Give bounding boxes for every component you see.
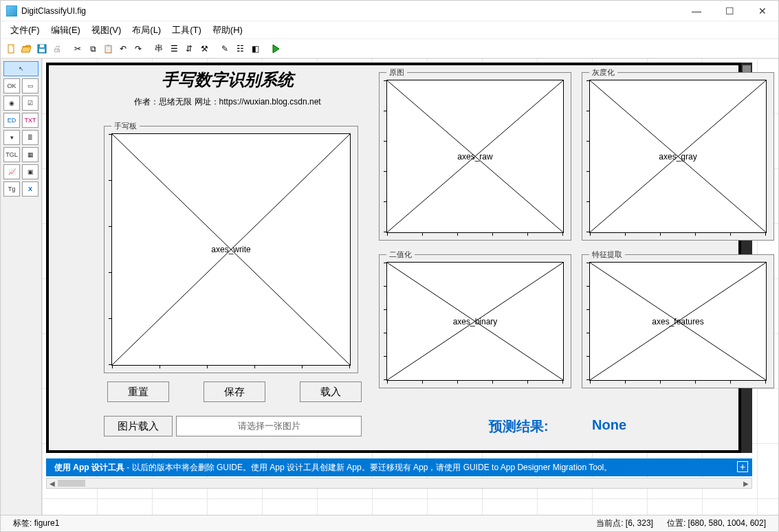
panel-gray[interactable]: 灰度化 axes_gray [582, 72, 774, 241]
bluebar-expand-icon[interactable]: + [737, 461, 748, 472]
status-current-point: 当前点: [6, 323] [589, 518, 660, 529]
app-subtitle: 作者：思绪无限 网址：https://wuxian.blog.csdn.net [104, 96, 351, 108]
axes-raw[interactable]: axes_raw [386, 80, 564, 233]
menu-bar: 文件(F) 编辑(E) 视图(V) 布局(L) 工具(T) 帮助(H) [1, 21, 778, 39]
image-load-button[interactable]: 图片载入 [104, 416, 173, 436]
tool-edit[interactable]: ED [3, 113, 20, 128]
menu-layout[interactable]: 布局(L) [128, 23, 165, 38]
panel-write[interactable]: 手写板 axes_write [104, 126, 358, 373]
panel-features[interactable]: 特征提取 axes_features [582, 254, 774, 388]
object-browser-icon[interactable]: ◧ [248, 42, 262, 56]
axes-gray[interactable]: axes_gray [589, 80, 767, 233]
menu-edit[interactable]: 编辑(E) [47, 23, 85, 38]
tool-checkbox[interactable]: ☑ [22, 96, 39, 111]
tab-order-icon[interactable]: ⇵ [182, 42, 196, 56]
open-icon[interactable] [20, 42, 34, 56]
tool-axes[interactable]: 📈 [3, 164, 20, 179]
menu-file[interactable]: 文件(F) [6, 23, 44, 38]
bluebar-text: - 以后的版本中将会删除 GUIDE。使用 App 设计工具创建新 App。要迁… [124, 463, 612, 472]
minimize-button[interactable]: — [686, 4, 707, 18]
tool-popup[interactable]: ▾ [3, 130, 20, 145]
axes-write-name: axes_write [211, 245, 250, 254]
panel-raw-label: 原图 [386, 67, 407, 78]
menu-view[interactable]: 视图(V) [87, 23, 125, 38]
tool-toggle[interactable]: TGL [3, 147, 20, 162]
tool-radio[interactable]: ◉ [3, 96, 20, 111]
app-icon [6, 5, 17, 16]
toolbar: 🖨 ✂ ⧉ 📋 ↶ ↷ 串 ☰ ⇵ ⚒ ✎ ☷ ◧ [1, 39, 778, 58]
scroll-left-icon[interactable]: ◀ [47, 478, 58, 488]
editor-icon[interactable]: ✎ [218, 42, 232, 56]
copy-icon[interactable]: ⧉ [86, 42, 100, 56]
component-palette: ↖ OK ▭ ◉ ☑ ED TXT ▾ ≣ TGL ▦ 📈 ▣ Tg X [1, 58, 42, 515]
tool-slider[interactable]: ▭ [22, 78, 39, 93]
axes-raw-name: axes_raw [457, 152, 492, 162]
panel-binary-label: 二值化 [386, 250, 415, 260]
menu-editor-icon[interactable]: ☰ [167, 42, 181, 56]
window-titlebar: DigitClassifyUI.fig — ☐ ✕ [1, 1, 778, 21]
toolbar-editor-icon[interactable]: ⚒ [197, 42, 211, 56]
tool-text[interactable]: TXT [22, 113, 39, 128]
reset-button[interactable]: 重置 [107, 381, 169, 402]
tool-buttongroup[interactable]: Tg [3, 181, 20, 197]
tool-table[interactable]: ▦ [22, 147, 39, 162]
axes-features[interactable]: axes_features [589, 262, 767, 381]
prediction-value: None [592, 417, 626, 433]
axes-write[interactable]: axes_write [111, 133, 351, 366]
redo-icon[interactable]: ↷ [131, 42, 145, 56]
bluebar-bold: 使用 App 设计工具 [54, 463, 124, 472]
scroll-right-icon[interactable]: ▶ [740, 478, 751, 488]
axes-binary-name: axes_binary [453, 317, 498, 326]
panel-gray-label: 灰度化 [589, 67, 617, 78]
save-button[interactable]: 保存 [204, 381, 265, 402]
axes-binary[interactable]: axes_binary [386, 262, 564, 381]
tool-select[interactable]: ↖ [3, 61, 39, 76]
new-icon[interactable] [5, 42, 19, 56]
menu-help[interactable]: 帮助(H) [208, 23, 247, 38]
property-inspector-icon[interactable]: ☷ [233, 42, 247, 56]
axes-gray-name: axes_gray [659, 152, 696, 162]
svg-rect-2 [40, 45, 44, 47]
axes-features-name: axes_features [652, 317, 703, 326]
panel-binary[interactable]: 二值化 axes_binary [379, 254, 571, 388]
status-bar: 标签: figure1 当前点: [6, 323] 位置: [680, 580,… [1, 515, 778, 531]
status-tag: 标签: figure1 [6, 518, 66, 529]
prediction-label: 预测结果: [489, 417, 549, 436]
scroll-thumb[interactable] [58, 480, 85, 487]
tool-pushbutton[interactable]: OK [3, 78, 20, 93]
canvas-scrollbar-h[interactable]: ◀ ▶ [46, 478, 752, 489]
undo-icon[interactable]: ↶ [116, 42, 130, 56]
image-path-input[interactable]: 请选择一张图片 [176, 416, 362, 436]
align-icon[interactable]: 串 [152, 42, 166, 56]
print-icon[interactable]: 🖨 [50, 42, 64, 56]
window-title: DigitClassifyUI.fig [21, 6, 686, 16]
menu-tools[interactable]: 工具(T) [168, 23, 206, 38]
tool-listbox[interactable]: ≣ [22, 130, 39, 145]
tool-panel[interactable]: ▣ [22, 164, 39, 179]
design-canvas[interactable]: 手写数字识别系统 作者：思绪无限 网址：https://wuxian.blog.… [42, 58, 778, 515]
svg-rect-3 [39, 49, 45, 52]
app-title: 手写数字识别系统 [104, 69, 351, 91]
maximize-button[interactable]: ☐ [719, 4, 740, 18]
cut-icon[interactable]: ✂ [71, 42, 85, 56]
load-button[interactable]: 载入 [300, 381, 362, 402]
status-position: 位置: [680, 580, 1004, 602] [660, 518, 773, 529]
tool-activex[interactable]: X [22, 181, 39, 197]
paste-icon[interactable]: 📋 [101, 42, 115, 56]
run-icon[interactable] [269, 42, 283, 56]
work-area: ↖ OK ▭ ◉ ☑ ED TXT ▾ ≣ TGL ▦ 📈 ▣ Tg X 手写数… [1, 58, 778, 515]
close-button[interactable]: ✕ [752, 4, 773, 18]
panel-raw[interactable]: 原图 axes_raw [379, 72, 571, 241]
guide-deprecation-bar: 使用 App 设计工具 - 以后的版本中将会删除 GUIDE。使用 App 设计… [46, 458, 752, 476]
panel-write-label: 手写板 [111, 121, 140, 131]
panel-features-label: 特征提取 [589, 250, 625, 260]
save-icon[interactable] [35, 42, 49, 56]
